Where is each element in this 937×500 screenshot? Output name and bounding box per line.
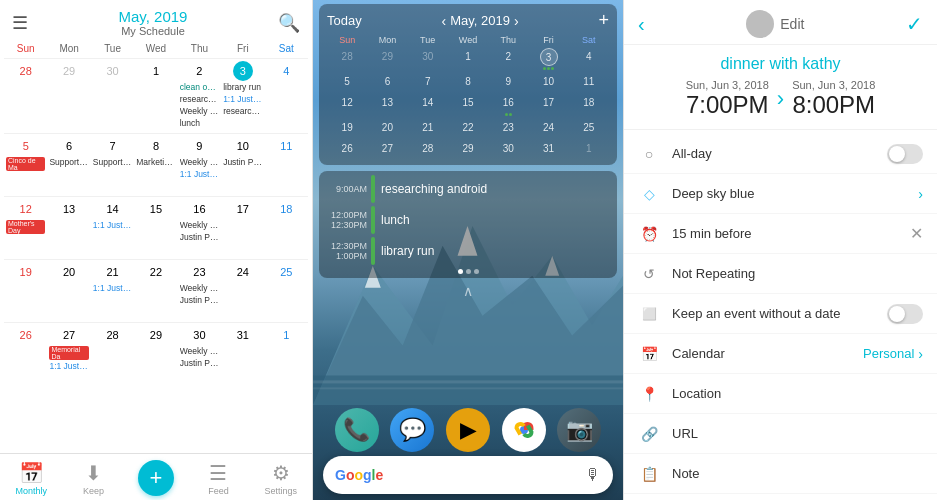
cal-day[interactable]: 27 Memorial Da 1:1 Justin-Da [47,323,90,384]
cal-day[interactable]: 2 clean out inb researching a Weekly Han… [178,59,221,132]
widget-day[interactable]: 30 [488,139,528,159]
cal-day[interactable]: 23Weekly HangJustin Pot on [178,260,221,321]
widget-day[interactable]: 28 [408,139,448,159]
widget-day[interactable]: 1 [448,47,488,71]
chrome-app-icon[interactable] [502,408,546,452]
widget-add-icon[interactable]: + [598,10,609,31]
widget-day[interactable]: 10 [528,72,568,92]
cal-day[interactable]: 16Weekly HangJustin Pot on [178,197,221,258]
cal-day[interactable]: 29 [134,323,177,384]
add-event-button[interactable]: + [138,460,174,496]
cal-day[interactable]: 19 [4,260,47,321]
cal-day[interactable]: 29 [47,59,90,132]
cal-day[interactable]: 141:1 Justin-Da [91,197,134,258]
widget-day[interactable]: 4 [569,47,609,71]
cal-day[interactable]: 24 [221,260,264,321]
messages-app-icon[interactable]: 💬 [390,408,434,452]
widget-day[interactable]: 31 [528,139,568,159]
reminder-row[interactable]: ⏰ 15 min before ✕ [624,214,937,254]
widget-day[interactable]: 9 [488,72,528,92]
cal-day[interactable]: 11 [265,134,308,195]
widget-day[interactable]: 20 [367,118,407,138]
cal-day[interactable]: 17 [221,197,264,258]
widget-day[interactable]: 17 [528,93,568,117]
next-month-arrow[interactable]: › [514,13,519,29]
cal-day[interactable]: 1 [134,59,177,132]
cal-day[interactable]: 15 [134,197,177,258]
widget-day[interactable]: 18 [569,93,609,117]
edit-button[interactable]: Edit [780,16,804,32]
all-day-row[interactable]: ○ All-day [624,134,937,174]
widget-day[interactable]: 7 [408,72,448,92]
widget-day[interactable]: 28 [327,47,367,71]
schedule-item[interactable]: 12:00PM 12:30PM lunch [325,206,611,234]
calendar-row[interactable]: 📅 Calendar Personal › [624,334,937,374]
widget-day[interactable]: 2 [488,47,528,71]
no-date-row[interactable]: ⬜ Keep an event without a date [624,294,937,334]
cal-day-today[interactable]: 3 library run 1:1 Justin-Da researching … [221,59,264,132]
widget-day[interactable]: 5 [327,72,367,92]
widget-day[interactable]: 24 [528,118,568,138]
cal-day[interactable]: 4 [265,59,308,132]
cal-day[interactable]: 31 [221,323,264,384]
schedule-item[interactable]: 9:00AM researching android [325,175,611,203]
schedule-item[interactable]: 12:30PM 1:00PM library run [325,237,611,265]
widget-day[interactable]: 13 [367,93,407,117]
widget-day[interactable]: 27 [367,139,407,159]
widget-day[interactable]: 22 [448,118,488,138]
widget-day[interactable]: 30 [408,47,448,71]
location-row[interactable]: 📍 Location [624,374,937,414]
cal-day[interactable]: 18 [265,197,308,258]
nav-settings[interactable]: ⚙ Settings [250,461,312,496]
widget-day[interactable]: 8 [448,72,488,92]
hamburger-icon[interactable]: ☰ [12,12,28,34]
widget-day[interactable]: 15 [448,93,488,117]
cal-day[interactable]: 7Support Retr [91,134,134,195]
confirm-button[interactable]: ✓ [906,12,923,36]
widget-day[interactable]: 16 [488,93,528,117]
widget-day[interactable]: 25 [569,118,609,138]
collapse-arrow[interactable]: ∧ [313,282,623,300]
note-row[interactable]: 📋 Note [624,454,937,494]
widget-day[interactable]: 14 [408,93,448,117]
cal-day[interactable]: 211:1 Justin-Da [91,260,134,321]
cal-day[interactable]: 1 [265,323,308,384]
widget-day[interactable]: 21 [408,118,448,138]
remove-reminder-icon[interactable]: ✕ [910,224,923,243]
widget-day[interactable]: 19 [327,118,367,138]
nav-add[interactable]: + [125,460,187,496]
cal-day[interactable]: 20 [47,260,90,321]
widget-day[interactable]: 29 [448,139,488,159]
cal-day[interactable]: 5 Cinco de Ma [4,134,47,195]
widget-day[interactable]: 6 [367,72,407,92]
widget-day[interactable]: 23 [488,118,528,138]
microphone-icon[interactable]: 🎙 [585,466,601,484]
cal-day[interactable]: 22 [134,260,177,321]
prev-month-arrow[interactable]: ‹ [442,13,447,29]
widget-day[interactable]: 29 [367,47,407,71]
cal-day[interactable]: 10Justin Pot on [221,134,264,195]
phone-app-icon[interactable]: 📞 [335,408,379,452]
url-row[interactable]: 🔗 URL [624,414,937,454]
cal-day[interactable]: 6Support Retr [47,134,90,195]
color-row[interactable]: ◇ Deep sky blue › [624,174,937,214]
cal-day[interactable]: 30 [91,59,134,132]
widget-day[interactable]: 1 [569,139,609,159]
google-search-bar[interactable]: Google 🎙 [323,456,613,494]
cal-day[interactable]: 12 Mother's Day [4,197,47,258]
repeat-row[interactable]: ↺ Not Repeating [624,254,937,294]
camera-app-icon[interactable]: 📷 [557,408,601,452]
nav-keep[interactable]: ⬇ Keep [62,461,124,496]
widget-day[interactable]: 11 [569,72,609,92]
cal-day[interactable]: 26 [4,323,47,384]
all-day-toggle[interactable] [887,144,923,164]
back-button[interactable]: ‹ [638,13,645,36]
nav-monthly[interactable]: 📅 Monthly [0,461,62,496]
search-icon[interactable]: 🔍 [278,12,300,34]
cal-day[interactable]: 8Marketing All [134,134,177,195]
cal-day[interactable]: 25 [265,260,308,321]
nav-feed[interactable]: ☰ Feed [187,461,249,496]
no-date-toggle[interactable] [887,304,923,324]
cal-day[interactable]: 9Weekly Hang1:1 Justin-Da [178,134,221,195]
cal-day[interactable]: 13 [47,197,90,258]
